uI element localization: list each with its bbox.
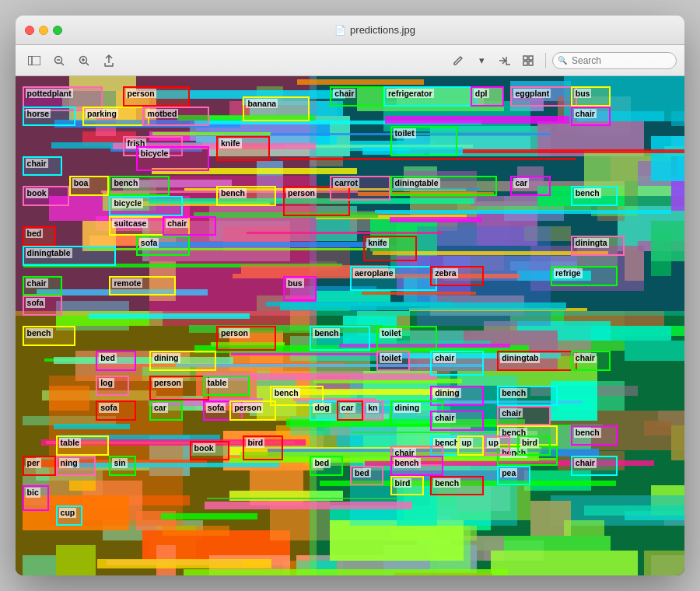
detection-box: diningtab xyxy=(497,351,577,371)
detection-label: aeroplane xyxy=(353,268,395,278)
detection-box: chair xyxy=(330,86,383,107)
detection-label: toilet xyxy=(380,328,402,338)
detection-label: bicycle xyxy=(139,149,170,159)
title-center: 📄 predictions.jpg xyxy=(75,24,675,36)
search-wrapper xyxy=(552,52,677,69)
detection-box: bus xyxy=(571,86,611,107)
detection-label: suitcase xyxy=(112,219,148,229)
share-button[interactable] xyxy=(98,51,120,70)
svg-rect-11 xyxy=(523,61,527,65)
sidebar-toggle-button[interactable] xyxy=(23,51,45,70)
detection-box: sofa xyxy=(23,296,63,316)
detection-box: motbed xyxy=(142,107,209,127)
zoom-out-button[interactable] xyxy=(48,51,70,70)
detection-box: up xyxy=(457,435,484,456)
detection-box: log xyxy=(96,376,129,396)
detection-label: bench xyxy=(574,428,601,438)
detection-label: refrigerator xyxy=(387,89,434,99)
detection-label: zebra xyxy=(433,268,457,278)
toolbar: ▾ xyxy=(16,45,684,76)
detection-box: up xyxy=(484,435,510,456)
detection-box: dpl xyxy=(471,86,504,107)
window-title: predictions.jpg xyxy=(350,24,415,36)
detection-label: chair xyxy=(26,159,48,169)
detection-box: bird xyxy=(390,476,424,496)
detection-box: pea xyxy=(497,466,530,486)
detection-label: table xyxy=(59,438,82,448)
search-input[interactable] xyxy=(552,52,677,69)
detection-label: sofa xyxy=(26,298,46,308)
detection-box: sin xyxy=(109,456,135,476)
detection-box: horse xyxy=(23,107,76,127)
detection-label: dog xyxy=(313,403,331,413)
detection-box: knife xyxy=(216,136,270,161)
file-icon: 📄 xyxy=(334,25,346,36)
svg-line-4 xyxy=(61,62,65,65)
detection-label: chair xyxy=(333,89,355,99)
detection-box: cup xyxy=(56,505,82,526)
detection-box: bed xyxy=(96,351,136,371)
close-button[interactable] xyxy=(25,26,34,35)
detection-box: bus xyxy=(283,276,317,301)
detection-label: bench xyxy=(433,478,460,488)
detection-box: person xyxy=(229,400,276,421)
detection-box: car xyxy=(149,400,183,421)
detection-label: cup xyxy=(59,508,77,518)
dropdown-button[interactable]: ▾ xyxy=(471,51,492,70)
edit-button[interactable] xyxy=(447,51,469,70)
detection-box: book xyxy=(23,186,69,206)
detection-box: bed xyxy=(310,456,343,476)
detection-box: chair xyxy=(23,276,63,296)
detection-box: sofa xyxy=(96,400,136,421)
detection-box: table xyxy=(203,376,250,396)
detection-box: bench xyxy=(497,386,557,406)
detection-label: car xyxy=(152,403,168,413)
detection-label: bench xyxy=(500,388,527,398)
detection-label: bench xyxy=(273,388,300,398)
detection-label: bed xyxy=(313,458,331,468)
detection-label: knife xyxy=(219,138,242,149)
detection-box: zebra xyxy=(430,266,484,286)
detection-label: bench xyxy=(574,188,601,198)
detection-label: bus xyxy=(286,278,304,289)
detection-label: chair xyxy=(500,408,523,418)
detection-box: chair xyxy=(571,351,611,371)
minimize-button[interactable] xyxy=(39,26,48,35)
detection-label: diningtable xyxy=(26,248,72,258)
detection-label: diningtable xyxy=(394,178,440,188)
detection-label: bench xyxy=(394,458,421,468)
detection-label: chair xyxy=(433,413,456,423)
detection-box: dining xyxy=(149,351,216,371)
action-button[interactable] xyxy=(494,51,516,70)
detection-box: banana xyxy=(243,96,310,121)
detection-box: chair xyxy=(497,406,551,426)
detection-box: chair xyxy=(430,351,484,376)
detection-box: diningtable xyxy=(23,246,116,266)
detection-label: bus xyxy=(574,89,592,99)
traffic-lights xyxy=(25,26,62,35)
zoom-in-button[interactable] xyxy=(73,51,95,70)
detection-label: bird xyxy=(246,438,264,448)
detection-label: person xyxy=(126,89,156,99)
detection-label: chair xyxy=(26,278,48,289)
detection-label: chair xyxy=(574,458,597,468)
detection-box: refrige xyxy=(551,266,618,286)
detection-box: book xyxy=(190,441,230,461)
svg-rect-10 xyxy=(529,56,533,60)
detection-box: bench xyxy=(109,176,169,196)
detection-box: chair xyxy=(571,456,618,476)
detection-label: table xyxy=(206,378,229,388)
detection-label: remote xyxy=(112,278,142,289)
detection-box: bird xyxy=(517,435,551,456)
detection-label: car xyxy=(513,178,529,188)
grid-icon xyxy=(523,55,534,66)
detection-label: pea xyxy=(500,468,517,478)
svg-rect-1 xyxy=(28,56,40,65)
detection-box: aeroplane xyxy=(350,266,437,291)
detection-label: ning xyxy=(59,458,79,468)
grid-button[interactable] xyxy=(517,51,539,70)
maximize-button[interactable] xyxy=(53,26,62,35)
detection-box: toilet xyxy=(390,126,457,156)
detection-label: eggplant xyxy=(513,89,551,99)
detection-label: carrot xyxy=(333,178,359,188)
